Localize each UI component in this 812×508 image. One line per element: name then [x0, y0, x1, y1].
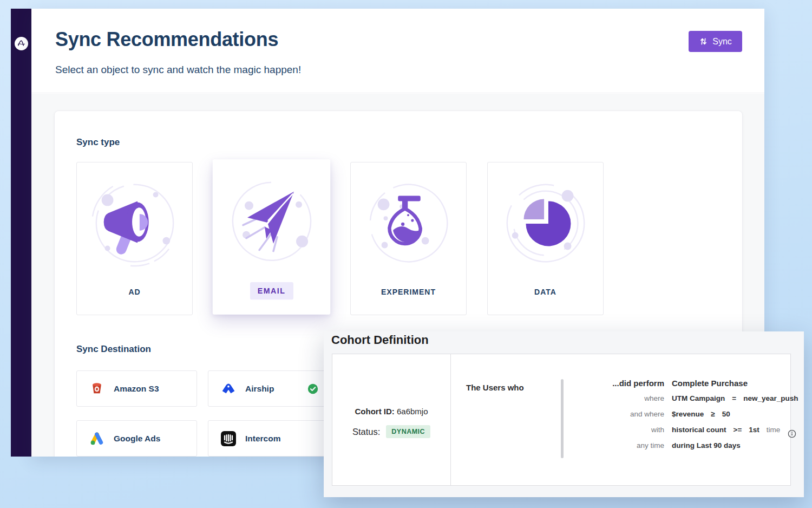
- sync-button[interactable]: Sync: [689, 31, 742, 52]
- condition-suffix: time: [767, 426, 781, 434]
- sidebar: [11, 9, 31, 457]
- sync-type-label-ad: AD: [77, 288, 192, 296]
- connected-check-icon: [307, 383, 318, 394]
- cohort-id-value: 6a6bmjo: [397, 407, 428, 416]
- cohort-box: Cohort ID: 6a6bmjo Status: DYNAMIC The U…: [332, 354, 791, 486]
- condition-operator: ≥: [711, 410, 715, 418]
- flask-icon: [362, 177, 455, 272]
- pie-chart-icon: [499, 177, 592, 272]
- megaphone-icon: [88, 177, 181, 272]
- condition-value: 1st: [749, 426, 759, 434]
- condition-value: new_year_push: [743, 394, 798, 402]
- info-icon[interactable]: [788, 429, 796, 438]
- cohort-id: Cohort ID: 6a6bmjo: [355, 407, 428, 416]
- cohort-subject: The Users who: [466, 383, 524, 392]
- condition-property: historical count: [672, 426, 726, 434]
- condition-property: $revenue: [672, 410, 704, 418]
- condition-prefix: where: [567, 394, 664, 402]
- condition-value: 50: [722, 410, 730, 418]
- sync-type-heading: Sync type: [76, 137, 120, 148]
- intercom-icon: [220, 431, 237, 447]
- cohort-id-label: Cohort ID:: [355, 407, 394, 416]
- status-badge: DYNAMIC: [386, 425, 430, 438]
- page-subtitle: Select an object to sync and watch the m…: [55, 64, 301, 76]
- airship-icon: [220, 381, 237, 397]
- sync-destination-heading: Sync Destination: [76, 344, 151, 355]
- dest-label-intercom: Intercom: [245, 434, 280, 444]
- amplitude-wave-glyph: [17, 39, 26, 48]
- condition-row-where: where UTM Campaign = new_year_push: [567, 394, 805, 410]
- page-title: Sync Recommendations: [55, 28, 278, 51]
- cohort-status-label: Status:: [352, 427, 380, 437]
- sync-type-options: AD: [76, 162, 604, 315]
- cohort-conditions: ...did perform Complete Purchase where U…: [567, 379, 805, 457]
- amplitude-logo-icon[interactable]: [15, 37, 28, 50]
- sync-type-card-experiment[interactable]: EXPERIMENT: [350, 162, 467, 315]
- sync-arrows-icon: [698, 37, 709, 46]
- sync-destination-options: Amazon S3 Airship: [76, 370, 329, 457]
- google-ads-icon: [89, 431, 105, 447]
- cohort-meta: Cohort ID: 6a6bmjo Status: DYNAMIC: [332, 354, 451, 485]
- condition-operator: =: [732, 394, 736, 402]
- sync-type-card-ad[interactable]: AD: [76, 162, 193, 315]
- amazon-s3-icon: [89, 381, 105, 397]
- dest-label-amazon-s3: Amazon S3: [114, 384, 159, 394]
- sync-type-label-experiment: EXPERIMENT: [351, 288, 466, 296]
- dest-card-airship[interactable]: Airship: [208, 370, 329, 407]
- condition-prefix: ...did perform: [567, 379, 664, 388]
- dest-card-amazon-s3[interactable]: Amazon S3: [76, 370, 197, 407]
- sync-type-card-email[interactable]: EMAIL: [213, 159, 331, 314]
- sync-type-card-data[interactable]: DATA: [487, 162, 604, 315]
- condition-row-with: with historical count >= 1st time: [567, 426, 805, 441]
- condition-prefix: with: [567, 426, 664, 434]
- dest-card-intercom[interactable]: Intercom: [208, 420, 329, 457]
- scrollbar[interactable]: [561, 379, 564, 458]
- condition-prefix: any time: [567, 441, 664, 450]
- condition-property: UTM Campaign: [672, 394, 725, 402]
- dest-card-google-ads[interactable]: Google Ads: [76, 420, 197, 457]
- paper-plane-icon: [224, 174, 318, 271]
- condition-event: Complete Purchase: [672, 379, 748, 388]
- page-header: Sync Recommendations Select an object to…: [31, 9, 764, 93]
- sync-button-label: Sync: [712, 37, 732, 47]
- dest-label-airship: Airship: [245, 384, 274, 394]
- condition-prefix: and where: [567, 410, 664, 418]
- cohort-title: Cohort Definition: [331, 333, 429, 347]
- cohort-status: Status: DYNAMIC: [352, 425, 430, 438]
- condition-value: during Last 90 days: [672, 441, 741, 450]
- condition-operator: >=: [734, 426, 742, 434]
- sync-type-label-data: DATA: [488, 288, 603, 296]
- condition-row-any-time: any time during Last 90 days: [567, 441, 805, 457]
- dest-label-google-ads: Google Ads: [114, 434, 160, 444]
- cohort-definition: The Users who ...did perform Complete Pu…: [451, 354, 790, 485]
- condition-row-and-where: and where $revenue ≥ 50: [567, 410, 805, 426]
- condition-row-did-perform: ...did perform Complete Purchase: [567, 379, 805, 394]
- sync-type-label-email: EMAIL: [250, 282, 293, 299]
- cohort-definition-panel: Cohort Definition Cohort ID: 6a6bmjo Sta…: [324, 331, 804, 497]
